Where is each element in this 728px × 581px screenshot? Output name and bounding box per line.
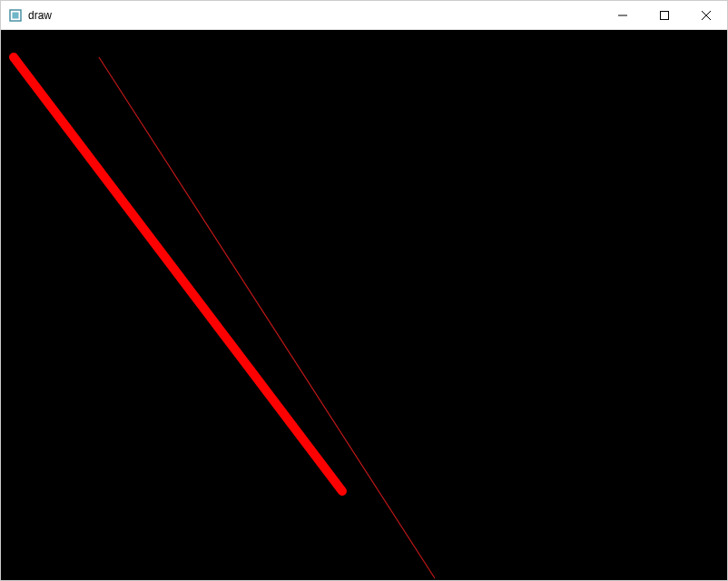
client-area [1, 30, 727, 580]
titlebar-left: draw [8, 8, 52, 23]
close-button[interactable] [685, 1, 727, 29]
drawing-canvas[interactable] [1, 30, 727, 580]
maximize-button[interactable] [644, 1, 685, 29]
application-window: draw [0, 0, 728, 581]
window-title: draw [28, 9, 52, 22]
svg-rect-3 [661, 11, 669, 19]
app-icon [8, 8, 23, 23]
canvas-background [1, 30, 727, 580]
titlebar[interactable]: draw [1, 1, 727, 30]
window-controls [602, 1, 727, 29]
canvas-container [1, 30, 727, 580]
svg-rect-1 [13, 12, 19, 18]
minimize-button[interactable] [602, 1, 644, 29]
